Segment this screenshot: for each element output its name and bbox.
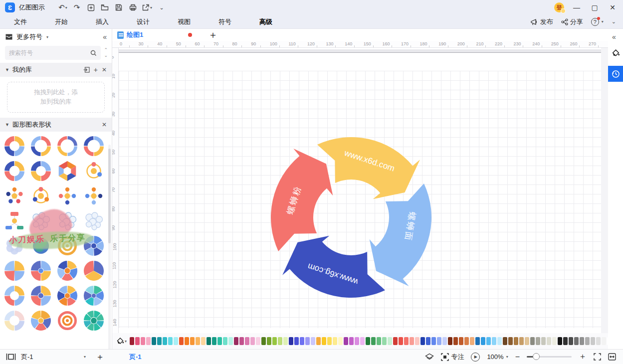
color-swatch[interactable]	[508, 337, 513, 345]
symbol-thumbnail[interactable]	[1, 258, 27, 283]
color-swatch[interactable]	[547, 337, 551, 345]
cycle-segment[interactable]	[271, 149, 333, 251]
color-swatch[interactable]	[393, 337, 398, 345]
color-swatch[interactable]	[338, 337, 343, 345]
export-button[interactable]: ▾	[141, 2, 154, 13]
cycle-segment[interactable]	[282, 236, 385, 298]
symbol-thumbnail[interactable]	[54, 183, 80, 208]
color-swatch[interactable]	[327, 337, 332, 345]
color-swatch[interactable]	[366, 337, 370, 345]
maximize-button[interactable]: ▢	[589, 3, 600, 11]
color-swatch[interactable]	[239, 337, 244, 345]
color-swatch[interactable]	[552, 337, 557, 345]
color-swatch[interactable]	[371, 337, 376, 345]
menu-tab-插入[interactable]: 插入	[82, 15, 123, 29]
color-swatch[interactable]	[514, 337, 518, 345]
redo-button[interactable]: ↷	[71, 2, 83, 13]
color-swatch[interactable]	[349, 337, 354, 345]
sidebar-scrollbar-thumb[interactable]	[108, 149, 111, 243]
color-swatch[interactable]	[530, 337, 535, 345]
symbol-thumbnail[interactable]	[54, 233, 80, 258]
symbol-thumbnail[interactable]	[1, 233, 27, 258]
color-swatch[interactable]	[355, 337, 359, 345]
cycle-diagram[interactable]: www.x6d.com螺蛳面www.x6g.com螺蛳粉	[246, 113, 456, 324]
color-swatch[interactable]	[174, 337, 178, 345]
close-library-icon[interactable]: ✕	[102, 66, 107, 73]
save-button[interactable]	[113, 2, 125, 13]
search-icon[interactable]	[90, 50, 97, 56]
search-input[interactable]	[9, 49, 90, 56]
symbol-thumbnail[interactable]	[80, 208, 107, 233]
color-swatch[interactable]	[388, 337, 392, 345]
color-swatch[interactable]	[486, 337, 491, 345]
color-swatch[interactable]	[289, 337, 293, 345]
color-swatch[interactable]	[591, 337, 595, 345]
symbol-thumbnail[interactable]	[54, 258, 80, 283]
color-swatch[interactable]	[322, 337, 326, 345]
color-swatch[interactable]	[475, 337, 480, 345]
color-swatch[interactable]	[442, 337, 447, 345]
color-swatch[interactable]	[360, 337, 365, 345]
color-swatch[interactable]	[415, 337, 419, 345]
color-swatch[interactable]	[250, 337, 255, 345]
menu-tab-文件[interactable]: 文件	[0, 15, 41, 29]
color-swatch[interactable]	[426, 337, 430, 345]
symbol-thumbnail[interactable]	[27, 308, 54, 333]
symbol-thumbnail[interactable]	[27, 208, 54, 233]
fit-to-width-button[interactable]	[608, 353, 616, 361]
symbol-thumbnail[interactable]	[1, 308, 27, 333]
circle-charts-section-header[interactable]: ▼ 圆形图表形状 ✕	[0, 118, 112, 132]
color-swatch[interactable]	[223, 337, 227, 345]
symbol-thumbnail[interactable]	[27, 183, 54, 208]
expand-right-panel-icon[interactable]: «	[612, 33, 623, 41]
symbol-thumbnail[interactable]	[27, 283, 54, 308]
color-swatch[interactable]	[179, 337, 184, 345]
color-swatch[interactable]	[569, 337, 573, 345]
section-expand-icon[interactable]: ▼	[5, 67, 9, 72]
color-swatch[interactable]	[190, 337, 195, 345]
color-swatch[interactable]	[261, 337, 266, 345]
more-symbols-dropdown[interactable]: 更多符号	[16, 32, 42, 41]
color-swatch[interactable]	[410, 337, 414, 345]
symbol-thumbnail[interactable]	[54, 134, 80, 159]
drawing-page[interactable]: www.x6d.com螺蛳面www.x6g.com螺蛳粉	[119, 48, 601, 333]
minimize-button[interactable]: —	[571, 3, 582, 11]
publish-button[interactable]: 发布	[530, 17, 553, 26]
color-swatch[interactable]	[272, 337, 277, 345]
history-panel-button[interactable]	[608, 66, 623, 82]
symbol-thumbnail[interactable]	[54, 283, 80, 308]
color-swatch[interactable]	[596, 337, 601, 345]
symbol-thumbnail[interactable]	[27, 159, 54, 183]
share-button[interactable]: 分享	[561, 17, 583, 26]
symbol-thumbnail[interactable]	[80, 159, 107, 183]
color-swatch[interactable]	[212, 337, 216, 345]
color-swatch[interactable]	[519, 337, 524, 345]
symbol-thumbnail[interactable]	[1, 208, 27, 233]
undo-button[interactable]: ↶▾	[57, 2, 69, 13]
color-swatch[interactable]	[558, 337, 562, 345]
zoom-level-dropdown[interactable]: 100% ▾	[487, 353, 508, 361]
color-swatch[interactable]	[459, 337, 463, 345]
color-swatch[interactable]	[497, 337, 502, 345]
color-swatch[interactable]	[333, 337, 337, 345]
color-swatch[interactable]	[294, 337, 299, 345]
new-tab-button[interactable]: ＋	[208, 30, 217, 40]
color-swatch[interactable]	[146, 337, 151, 345]
scroll-down-button[interactable]: ⌄	[104, 53, 108, 58]
color-swatch[interactable]	[305, 337, 310, 345]
add-page-button[interactable]: ＋	[91, 351, 109, 363]
color-swatch[interactable]	[574, 337, 579, 345]
color-swatch[interactable]	[228, 337, 233, 345]
layers-button[interactable]	[425, 353, 434, 361]
symbol-thumbnail[interactable]	[54, 159, 80, 183]
symbol-thumbnail[interactable]	[80, 283, 107, 308]
color-swatch[interactable]	[536, 337, 540, 345]
symbol-search-box[interactable]	[5, 46, 101, 60]
color-swatch[interactable]	[602, 337, 606, 345]
color-swatch[interactable]	[245, 337, 249, 345]
collapse-ribbon-icon[interactable]: ⌄	[612, 18, 616, 25]
format-fill-icon[interactable]	[612, 49, 623, 59]
color-swatch[interactable]	[481, 337, 485, 345]
symbol-thumbnail[interactable]	[80, 258, 107, 283]
symbol-thumbnail[interactable]	[1, 134, 27, 159]
